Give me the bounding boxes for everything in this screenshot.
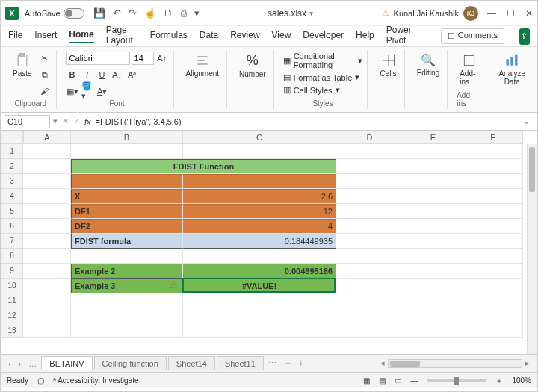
comments-button[interactable]: ☐ Comments	[441, 28, 504, 44]
user-name[interactable]: Kunal Jai Kaushik	[394, 9, 459, 18]
toggle-off-icon[interactable]	[64, 8, 84, 19]
zoom-level[interactable]: 100%	[512, 376, 531, 385]
sheet-tab-bar: ‹ › … BETAINV Ceiling function Sheet14 S…	[1, 354, 537, 372]
tab-insert[interactable]: Insert	[34, 30, 57, 43]
alignment-button[interactable]: Alignment	[183, 52, 222, 79]
paste-button[interactable]: Paste	[10, 52, 35, 79]
addins-button[interactable]: Add-ins	[457, 52, 481, 87]
undo-icon[interactable]: ↶	[113, 7, 121, 19]
font-size-input[interactable]	[132, 52, 154, 65]
fx-icon[interactable]: fx	[84, 117, 91, 126]
format-as-table-button[interactable]: ▤ Format as Table ▾	[283, 72, 360, 82]
print-icon[interactable]: ⎙	[181, 7, 187, 19]
column-headers[interactable]: ABCDEF	[23, 131, 537, 144]
zoom-out-icon[interactable]: —	[410, 376, 418, 385]
select-all-corner[interactable]	[1, 131, 23, 144]
spreadsheet-grid[interactable]: ABCDEF 12345678910111213 FDIST FunctionX…	[1, 131, 537, 354]
touch-icon[interactable]: ☝	[144, 7, 156, 19]
redo-icon[interactable]: ↷	[129, 7, 137, 19]
new-icon[interactable]: 🗋	[164, 7, 173, 19]
maximize-icon[interactable]: ☐	[507, 8, 515, 19]
formula-bar: C10 ▾ ✕ ✓ fx =FDIST("Hiya", 3.4,5.6) ⌄	[1, 113, 537, 131]
avatar[interactable]: KJ	[463, 6, 478, 21]
minimize-icon[interactable]: —	[487, 8, 496, 19]
underline-icon[interactable]: U	[96, 68, 109, 81]
analyze-data-button[interactable]: Analyze Data	[495, 52, 528, 87]
sheet-nav-next-icon[interactable]: ›	[16, 359, 25, 368]
row-headers[interactable]: 12345678910111213	[1, 144, 23, 338]
zoom-in-icon[interactable]: ＋	[495, 376, 503, 386]
sheet-nav-more-icon[interactable]: …	[25, 359, 40, 368]
tab-view[interactable]: View	[272, 30, 291, 43]
hscroll-thumb[interactable]	[390, 361, 420, 367]
file-name[interactable]: sales.xlsx ▾	[200, 8, 382, 19]
save-icon[interactable]: 💾	[93, 7, 105, 19]
group-styles: ▦ Conditional Formatting ▾ ▤ Format as T…	[279, 50, 368, 109]
cancel-formula-icon[interactable]: ✕	[62, 116, 69, 126]
comments-label: Comments	[458, 31, 498, 42]
name-box-dropdown-icon[interactable]: ▾	[53, 116, 58, 126]
tab-review[interactable]: Review	[230, 30, 259, 43]
cell-styles-label: Cell Styles	[294, 86, 333, 95]
format-painter-icon[interactable]: 🖌	[38, 84, 52, 98]
vertical-scrollbar[interactable]	[527, 144, 537, 354]
italic-icon[interactable]: I	[81, 68, 94, 81]
close-icon[interactable]: ✕	[525, 8, 533, 19]
accessibility-label: Accessibility: Investigate	[58, 376, 138, 385]
tab-developer[interactable]: Developer	[303, 30, 344, 43]
sheet-tab-ceiling[interactable]: Ceiling function	[94, 356, 167, 370]
accessibility-status[interactable]: ᴬ Accessibility: Investigate	[53, 376, 139, 385]
number-button[interactable]: %Number	[236, 52, 269, 80]
tab-power-pivot[interactable]: Power Pivot	[386, 25, 417, 48]
tab-help[interactable]: Help	[356, 30, 374, 43]
view-page-icon[interactable]: ▤	[379, 376, 386, 385]
bold-icon[interactable]: B	[66, 68, 79, 81]
qat-more-icon[interactable]: ▾	[194, 7, 200, 19]
tab-data[interactable]: Data	[200, 30, 218, 43]
copy-icon[interactable]: ⧉	[38, 68, 52, 81]
scroll-thumb[interactable]	[529, 147, 535, 192]
horizontal-scrollbar[interactable]: ◂ ▸	[307, 358, 533, 368]
expand-formula-icon[interactable]: ⌄	[519, 116, 534, 126]
sheet-tab-betainv[interactable]: BETAINV	[41, 356, 92, 370]
sheet-nav-prev-icon[interactable]: ‹	[5, 359, 14, 368]
enter-formula-icon[interactable]: ✓	[73, 116, 80, 126]
tab-formulas[interactable]: Formulas	[150, 30, 188, 43]
sheet-tab-sheet11[interactable]: Sheet11	[217, 356, 264, 370]
small-caps-icon[interactable]: Aᵃ	[126, 68, 139, 81]
sheet-more-icon[interactable]: ⋯	[265, 358, 279, 368]
cells-button[interactable]: Cells	[377, 52, 399, 79]
tab-home[interactable]: Home	[69, 29, 93, 43]
sheet-tab-sheet14[interactable]: Sheet14	[168, 356, 215, 370]
quick-access-toolbar: 💾 ↶ ↷ ☝ 🗋 ⎙ ▾	[93, 7, 200, 19]
cell-styles-button[interactable]: ▥ Cell Styles ▾	[283, 85, 340, 95]
fill-color-icon[interactable]: 🪣▾	[81, 84, 94, 98]
tab-page-layout[interactable]: Page Layout	[106, 25, 138, 48]
share-button[interactable]: ⇪	[519, 28, 530, 45]
cells-area[interactable]: FDIST FunctionX2.6DF112DF24FDIST formula…	[23, 144, 523, 338]
view-normal-icon[interactable]: ▦	[363, 376, 370, 385]
cells-label: Cells	[380, 69, 396, 78]
editing-button[interactable]: 🔍Editing	[414, 52, 443, 78]
conditional-formatting-button[interactable]: ▦ Conditional Formatting ▾	[283, 52, 363, 69]
font-name-input[interactable]	[66, 52, 130, 65]
view-break-icon[interactable]: ▭	[395, 376, 401, 385]
new-sheet-icon[interactable]: ＋	[281, 358, 295, 369]
analyze-label: Analyze Data	[498, 69, 525, 86]
name-box[interactable]: C10	[4, 115, 50, 128]
font-color-icon[interactable]: A▾	[96, 84, 109, 98]
styles-label: Styles	[312, 98, 333, 109]
tab-file[interactable]: File	[8, 30, 22, 43]
warning-icon[interactable]: ⚠	[382, 8, 389, 18]
border-icon[interactable]: ▦▾	[66, 84, 79, 98]
formula-input[interactable]: =FDIST("Hiya", 3.4,5.6)	[91, 117, 519, 126]
macro-record-icon[interactable]: ▢	[37, 376, 44, 385]
excel-icon: X	[5, 7, 19, 20]
group-editing: 🔍Editing	[409, 50, 448, 109]
shrink-font-icon[interactable]: A↓	[111, 68, 124, 81]
autosave-toggle[interactable]: AutoSave	[25, 8, 84, 19]
zoom-slider[interactable]	[427, 379, 486, 382]
cut-icon[interactable]: ✂	[38, 52, 52, 65]
grow-font-icon[interactable]: A↑	[155, 52, 169, 65]
alignment-label: Alignment	[186, 69, 219, 78]
